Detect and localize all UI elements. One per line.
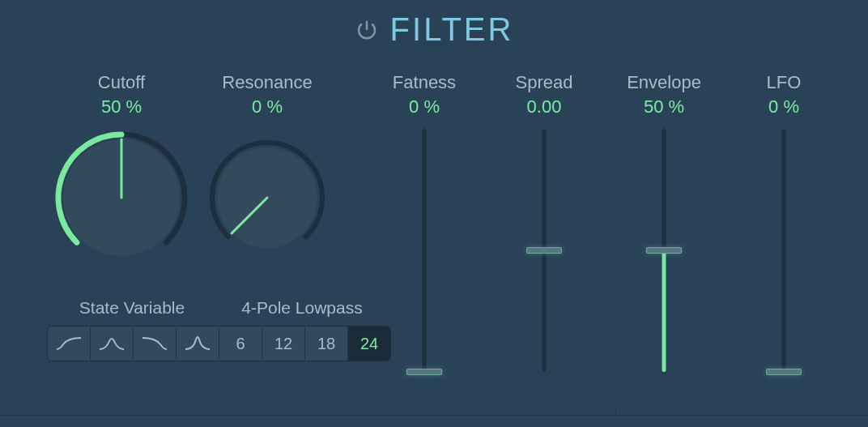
cutoff-knob-svg	[53, 129, 190, 267]
state-variable-label: State Variable	[47, 298, 217, 318]
envelope-label: Envelope	[627, 72, 701, 93]
module-header: FILTER	[0, 0, 868, 48]
lfo-value: 0 %	[768, 96, 799, 117]
cutoff-value: 50 %	[101, 96, 142, 117]
cutoff-label: Cutoff	[98, 72, 145, 93]
resonance-knob-svg	[198, 129, 336, 267]
divider-tick	[615, 408, 616, 416]
slider-thumb[interactable]	[406, 369, 442, 375]
lfo-control: LFO 0 %	[740, 72, 828, 372]
lfo-label: LFO	[767, 72, 802, 93]
cutoff-knob[interactable]	[53, 129, 190, 267]
spread-value: 0.00	[527, 96, 562, 117]
divider	[0, 415, 868, 416]
fatness-value: 0 %	[409, 96, 440, 117]
resonance-knob[interactable]	[198, 129, 336, 267]
filter-type-seg-1[interactable]	[91, 327, 134, 361]
filter-type-selector: State Variable 4-Pole Lowpass 6121824	[47, 298, 391, 361]
envelope-value: 50 %	[644, 96, 684, 117]
slider-track	[423, 129, 427, 372]
lfo-slider[interactable]	[768, 129, 800, 372]
highpass-icon	[55, 335, 83, 352]
spread-slider[interactable]	[528, 129, 560, 372]
module-title: FILTER	[390, 11, 514, 48]
spread-label: Spread	[516, 72, 573, 93]
slider-track	[782, 129, 786, 372]
fatness-control: Fatness 0 %	[381, 72, 468, 372]
fatness-label: Fatness	[393, 72, 456, 93]
power-icon[interactable]	[355, 18, 379, 42]
envelope-control: Envelope 50 %	[620, 72, 708, 372]
bandpass-icon	[98, 335, 126, 352]
filter-type-seg-6[interactable]: 18	[305, 327, 348, 361]
envelope-slider[interactable]	[648, 129, 680, 372]
filter-type-seg-2[interactable]	[134, 327, 177, 361]
resonance-value: 0 %	[252, 96, 283, 117]
four-pole-lowpass-label: 4-Pole Lowpass	[217, 298, 387, 318]
filter-type-seg-0[interactable]	[48, 327, 91, 361]
fatness-slider[interactable]	[408, 129, 440, 372]
notch-icon	[184, 335, 211, 352]
resonance-label: Resonance	[222, 72, 312, 93]
slider-area: Fatness 0 % Spread 0.00 Envelope 50 %	[381, 72, 828, 372]
filter-type-segments: 6121824	[47, 326, 391, 361]
filter-type-seg-7[interactable]: 24	[348, 327, 390, 361]
slider-thumb[interactable]	[646, 247, 682, 254]
filter-type-seg-3[interactable]	[177, 327, 219, 361]
slider-thumb[interactable]	[766, 369, 802, 375]
slider-fill	[662, 250, 666, 372]
filter-type-labels: State Variable 4-Pole Lowpass	[47, 298, 391, 318]
lowpass-icon	[141, 335, 168, 352]
filter-type-seg-4[interactable]: 6	[219, 327, 262, 361]
spread-control: Spread 0.00	[500, 72, 588, 372]
slider-thumb[interactable]	[526, 247, 562, 254]
filter-type-seg-5[interactable]: 12	[262, 327, 305, 361]
